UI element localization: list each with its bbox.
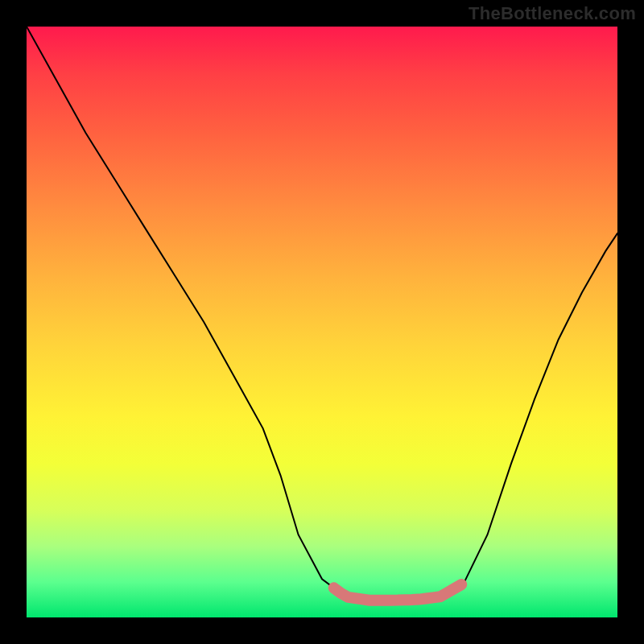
plot-area [27,27,617,617]
value-curve [27,27,617,601]
watermark-text: TheBottleneck.com [469,3,636,24]
chart-frame: TheBottleneck.com [0,0,644,644]
chart-svg [27,27,617,617]
highlight-band [334,584,462,601]
